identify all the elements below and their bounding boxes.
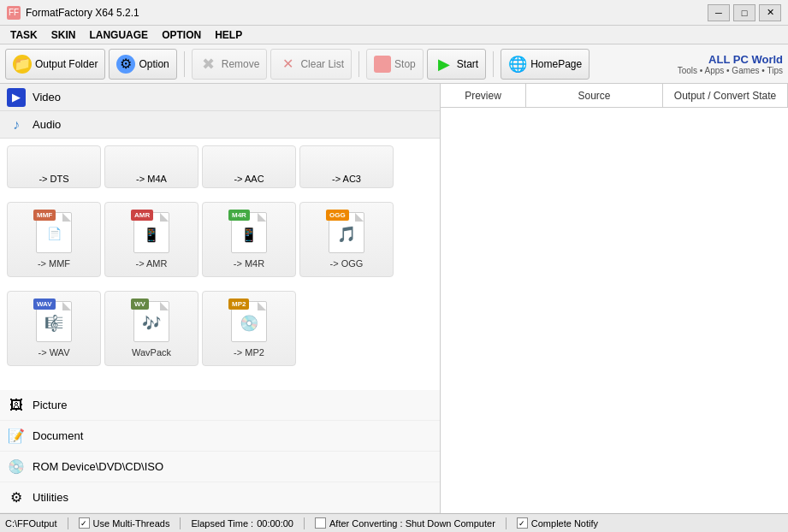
notify-checkbox[interactable]: ✓ (517, 517, 528, 529)
rom-icon: 💿 (7, 458, 26, 476)
title-bar: FF FormatFactory X64 5.2.1 ─ □ ✕ (0, 0, 788, 26)
separator-3 (493, 51, 494, 77)
output-path: C:\FFOutput (5, 518, 57, 529)
shutdown-item: After Converting : Shut Down Computer (315, 517, 495, 529)
format-amr[interactable]: AMR 📱 -> AMR (104, 202, 198, 277)
menu-option[interactable]: OPTION (155, 27, 208, 43)
menu-language[interactable]: LANGUAGE (82, 27, 155, 43)
stop-button[interactable]: Stop (366, 49, 424, 80)
format-m4r[interactable]: M4R 📱 -> M4R (202, 202, 296, 277)
amr-icon: AMR 📱 (129, 210, 174, 255)
menu-task[interactable]: TASK (3, 27, 44, 43)
video-section-header[interactable]: ▶ Video (0, 84, 440, 111)
remove-icon: ✖ (199, 55, 218, 74)
brand-area: ALL PC World Tools • Apps • Games • Tips (678, 53, 783, 75)
rom-label: ROM Device\DVD\CD\ISO (33, 460, 163, 473)
m4r-icon: M4R 📱 (227, 210, 271, 255)
start-label: Start (457, 58, 478, 70)
audio-icon: ♪ (7, 115, 26, 134)
format-mp2[interactable]: MP2 💿 -> MP2 (202, 291, 296, 366)
notify-item: ✓ Complete Notify (517, 517, 598, 529)
status-bar: C:\FFOutput ✓ Use Multi-Threads Elapsed … (0, 513, 788, 532)
menu-skin[interactable]: SKIN (44, 27, 83, 43)
homepage-icon: 🌐 (508, 55, 527, 74)
menu-bar: TASK SKIN LANGUAGE OPTION HELP (0, 26, 788, 44)
elapsed-item: Elapsed Time : 00:00:00 (191, 518, 293, 529)
video-icon: ▶ (7, 88, 26, 107)
option-button[interactable]: ⚙ Option (109, 49, 176, 80)
format-aac-label: -> AAC (234, 174, 264, 184)
format-wav[interactable]: WAV 🎼 -> WAV (7, 291, 101, 366)
format-m4a-label: -> M4A (136, 174, 167, 184)
app-icon: FF (7, 6, 21, 20)
folder-icon: 📁 (13, 55, 32, 74)
wav-label: -> WAV (39, 347, 70, 358)
clear-list-label: Clear List (300, 58, 344, 70)
utilities-label: Utilities (33, 491, 68, 504)
utilities-icon: ⚙ (7, 488, 26, 507)
toolbar: 📁 Output Folder ⚙ Option ✖ Remove ✕ Clea… (0, 44, 788, 84)
left-panel: ▶ Video ♪ Audio -> DTS -> M4A -> AAC (0, 84, 441, 513)
elapsed-label: Elapsed Time : (191, 518, 253, 529)
brand-logo: ALL PC World (708, 53, 783, 66)
clear-icon: ✕ (278, 55, 297, 74)
clear-list-button[interactable]: ✕ Clear List (270, 49, 352, 80)
option-label: Option (139, 58, 169, 70)
mmf-icon: MMF 📄 (32, 210, 76, 255)
shutdown-checkbox[interactable] (315, 517, 326, 529)
rom-section-header[interactable]: 💿 ROM Device\DVD\CD\ISO (0, 452, 440, 482)
status-sep-2 (180, 517, 181, 529)
utilities-section-header[interactable]: ⚙ Utilities (0, 482, 440, 513)
format-aac[interactable]: -> AAC (202, 145, 296, 188)
output-convert-col-header: Output / Convert State (663, 84, 788, 107)
main-content: ▶ Video ♪ Audio -> DTS -> M4A -> AAC (0, 84, 788, 513)
remove-label: Remove (222, 58, 260, 70)
maximize-button[interactable]: □ (733, 4, 755, 21)
format-m4a[interactable]: -> M4A (104, 145, 198, 188)
multi-threads-checkbox[interactable]: ✓ (79, 517, 90, 529)
menu-help[interactable]: HELP (208, 27, 249, 43)
multi-threads-item: ✓ Use Multi-Threads (79, 517, 170, 529)
window-title: FormatFactory X64 5.2.1 (26, 7, 708, 19)
start-button[interactable]: ▶ Start (427, 49, 486, 80)
shutdown-label: After Converting : Shut Down Computer (329, 518, 495, 529)
document-icon: 📝 (7, 427, 26, 446)
wavpack-label: WavPack (132, 347, 171, 358)
amr-label: -> AMR (136, 258, 168, 269)
format-dts[interactable]: -> DTS (7, 145, 101, 188)
homepage-button[interactable]: 🌐 HomePage (501, 49, 590, 80)
source-col-header: Source (526, 84, 663, 107)
audio-section-header[interactable]: ♪ Audio (0, 111, 440, 139)
ogg-label: -> OGG (330, 258, 364, 269)
m4r-label: -> M4R (234, 258, 264, 269)
mmf-label: -> MMF (38, 258, 70, 269)
status-sep-3 (304, 517, 305, 529)
option-icon: ⚙ (116, 55, 135, 74)
format-ac3[interactable]: -> AC3 (299, 145, 394, 188)
picture-section-header[interactable]: 🖼 Picture (0, 390, 440, 421)
stop-icon (374, 56, 391, 73)
minimize-button[interactable]: ─ (708, 4, 730, 21)
output-folder-button[interactable]: 📁 Output Folder (5, 49, 105, 80)
separator-1 (184, 51, 185, 77)
picture-label: Picture (33, 399, 67, 411)
format-mmf[interactable]: MMF 📄 -> MMF (7, 202, 101, 277)
audio-row-2: WAV 🎼 -> WAV WV 🎶 Wav (0, 284, 440, 373)
video-label: Video (33, 91, 61, 103)
format-ogg[interactable]: OGG 🎵 -> OGG (299, 202, 394, 277)
remove-button[interactable]: ✖ Remove (192, 49, 268, 80)
output-folder-label: Output Folder (35, 58, 98, 70)
separator-2 (358, 51, 359, 77)
document-label: Document (33, 429, 83, 442)
status-sep-4 (506, 517, 507, 529)
audio-label: Audio (33, 118, 61, 131)
status-sep-1 (68, 517, 68, 529)
wav-icon: WAV 🎼 (32, 299, 76, 344)
close-button[interactable]: ✕ (759, 4, 781, 21)
homepage-label: HomePage (530, 58, 582, 70)
preview-col-header: Preview (441, 84, 526, 107)
partial-row: -> DTS -> M4A -> AAC -> AC3 (0, 139, 440, 195)
document-section-header[interactable]: 📝 Document (0, 421, 440, 452)
format-wavpack[interactable]: WV 🎶 WavPack (104, 291, 198, 366)
format-ac3-label: -> AC3 (332, 174, 361, 184)
